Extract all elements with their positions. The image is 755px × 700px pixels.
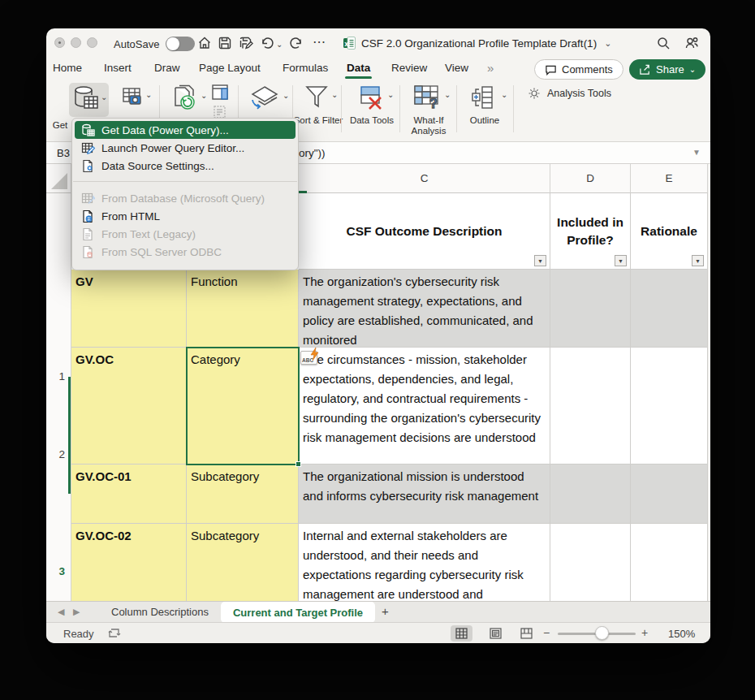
cell-d5[interactable] (550, 524, 631, 601)
filter-button-d[interactable]: ▼ (615, 255, 627, 266)
what-if-button[interactable]: ? (413, 84, 441, 110)
undo-chevron-icon[interactable]: ⌄ (276, 40, 283, 49)
menu-item-launch-power-query-editor[interactable]: Launch Power Query Editor... (75, 139, 296, 157)
save-icon[interactable] (218, 36, 232, 50)
get-data-button[interactable] (73, 85, 99, 113)
cell-b2[interactable]: Function (187, 270, 299, 348)
status-bar: Ready − + 150% (46, 622, 710, 643)
filter-button-c[interactable]: ▼ (534, 255, 546, 266)
from-picture-button[interactable] (122, 87, 143, 108)
get-data-chevron-icon[interactable]: ⌄ (101, 93, 107, 102)
normal-view-button[interactable] (451, 625, 472, 642)
tab-draw[interactable]: Draw (154, 62, 180, 74)
reapply-chevron-icon[interactable]: ⌄ (283, 91, 289, 100)
tab-review[interactable]: Review (391, 62, 427, 74)
row-header-2[interactable]: 2 (58, 448, 65, 460)
sheet-tab-current-and-target-profile[interactable]: Current and Target Profile (221, 602, 375, 623)
cell-e5[interactable] (631, 524, 708, 601)
reapply-stack-button[interactable] (249, 85, 280, 113)
cell-a4[interactable]: GV.OC-01 (71, 465, 187, 524)
sort-filter-button[interactable] (304, 84, 329, 110)
refresh-all-button[interactable] (172, 84, 198, 112)
zoom-in-button[interactable]: + (641, 626, 648, 639)
filter-button-e[interactable]: ▼ (692, 255, 704, 266)
what-if-label: What-If Analysis (405, 115, 452, 136)
sheet-next-icon[interactable]: ▶ (73, 607, 80, 617)
tab-formulas[interactable]: Formulas (283, 62, 328, 74)
cell-d3[interactable] (550, 348, 631, 465)
page-layout-view-button[interactable] (485, 625, 507, 642)
cell-a2[interactable]: GV (71, 270, 187, 348)
zoom-slider-knob[interactable] (595, 626, 609, 640)
cell-a3[interactable]: GV.OC (71, 348, 187, 465)
cell-d2[interactable] (550, 270, 631, 348)
zoom-out-button[interactable]: − (543, 626, 550, 639)
sort-filter-chevron-icon[interactable]: ⌄ (331, 90, 338, 99)
sheet-tab-bar: ◀ ▶ Column Descriptions Current and Targ… (46, 601, 710, 622)
cell-a5[interactable]: GV.OC-02 (71, 524, 187, 601)
sheet-prev-icon[interactable]: ◀ (58, 607, 64, 617)
page-break-view-button[interactable] (516, 625, 537, 642)
home-icon[interactable] (197, 36, 212, 50)
tab-data[interactable]: Data (347, 62, 370, 74)
menu-item-get-data-power-query[interactable]: Get Data (Power Query)... (75, 121, 296, 139)
tab-view[interactable]: View (445, 62, 468, 74)
column-header-d[interactable]: D (550, 164, 631, 193)
menu-item-from-html[interactable]: From HTML (75, 207, 296, 225)
menu-item-data-source-settings[interactable]: Data Source Settings... (75, 157, 296, 175)
autocorrect-options-icon[interactable]: ABC (300, 351, 317, 365)
undo-icon[interactable] (260, 36, 274, 50)
cell-b4[interactable]: Subcategory (187, 465, 299, 524)
tab-insert[interactable]: Insert (104, 62, 132, 74)
zoom-window-button[interactable] (87, 37, 97, 48)
column-header-c[interactable]: C (299, 164, 550, 193)
search-icon[interactable] (656, 36, 671, 50)
cell-e4[interactable] (631, 465, 708, 524)
autosave-toggle[interactable] (166, 37, 195, 51)
minimize-window-button[interactable] (71, 37, 81, 48)
redo-icon[interactable] (289, 36, 304, 50)
comments-button[interactable]: Comments (534, 59, 623, 80)
tab-home[interactable]: Home (53, 62, 82, 74)
cell-c3[interactable]: The circumstances - mission, stakeholder… (299, 348, 550, 465)
row-header-3[interactable]: 3 (58, 565, 65, 577)
page-break-icon (520, 628, 533, 639)
cell-c2[interactable]: The organization's cybersecurity risk ma… (299, 270, 550, 348)
title-chevron-icon[interactable]: ⌄ (604, 38, 611, 49)
analysis-tools-button[interactable]: Analysis Tools (528, 87, 611, 100)
share-button[interactable]: Share ⌄ (629, 59, 705, 80)
table-wand-icon (81, 192, 95, 205)
zoom-level[interactable]: 150% (668, 628, 695, 640)
document-title[interactable]: CSF 2.0 Organizational Profile Template … (361, 37, 597, 50)
more-tabs-icon[interactable]: » (487, 61, 494, 75)
close-window-button[interactable] (54, 37, 65, 48)
select-all-corner[interactable] (46, 164, 71, 193)
outline-chevron-icon[interactable]: ⌄ (501, 90, 507, 99)
cell-b5[interactable]: Subcategory (187, 524, 299, 601)
cell-c4[interactable]: The organizational mission is understood… (299, 465, 550, 524)
cell-e3[interactable] (631, 348, 708, 465)
refresh-all-chevron-icon[interactable]: ⌄ (201, 91, 207, 100)
tab-page-layout[interactable]: Page Layout (199, 62, 261, 74)
data-tools-button[interactable] (358, 84, 384, 110)
cell-e2[interactable] (631, 270, 708, 348)
outline-button[interactable] (472, 84, 498, 110)
presence-people-icon[interactable] (684, 36, 699, 50)
what-if-chevron-icon[interactable]: ⌄ (444, 90, 451, 99)
fill-handle[interactable] (296, 461, 301, 467)
more-commands-icon[interactable]: ⋯ (313, 34, 326, 50)
data-tools-chevron-icon[interactable]: ⌄ (387, 90, 394, 99)
queries-connections-button[interactable] (211, 84, 229, 102)
selection-mode-icon[interactable] (108, 628, 121, 640)
save-as-icon[interactable] (239, 36, 253, 50)
cell-c5[interactable]: Internal and external stakeholders are u… (299, 524, 550, 601)
row-header-1[interactable]: 1 (58, 370, 65, 382)
outline-label: Outline (460, 115, 509, 126)
formula-bar-chevron-icon[interactable]: ▼ (692, 148, 701, 157)
sheet-tab-column-descriptions[interactable]: Column Descriptions (111, 602, 209, 622)
column-header-e[interactable]: E (631, 164, 708, 193)
from-picture-chevron-icon[interactable]: ⌄ (145, 90, 152, 99)
cell-c1[interactable]: CSF Outcome Description (299, 193, 550, 270)
add-sheet-button[interactable]: + (382, 604, 389, 618)
cell-d4[interactable] (550, 465, 631, 524)
